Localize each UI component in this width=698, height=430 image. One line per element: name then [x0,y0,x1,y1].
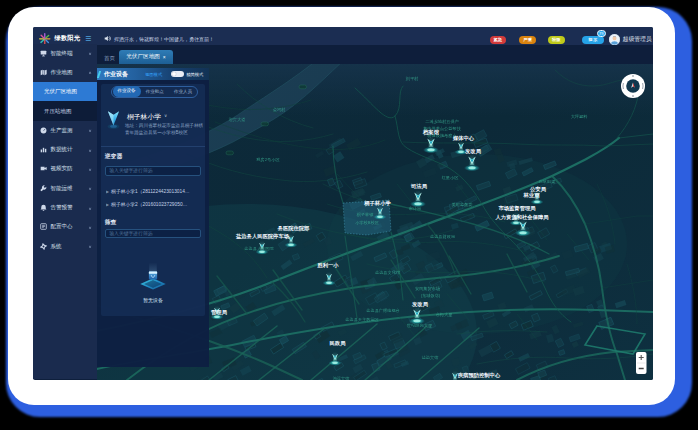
svg-text:发改局: 发改局 [464,147,481,154]
svg-text:胜利一小: 胜利一小 [316,262,339,269]
svg-text:盐边县财政局: 盐边县财政局 [430,233,455,238]
svg-text:(东城饭店): (东城饭店) [421,293,441,298]
svg-text:人力资源和社会保障局: 人力资源和社会保障局 [495,214,549,221]
svg-text:鸿运宾馆: 鸿运宾馆 [333,375,350,380]
svg-text:盐边县人民医院停车场: 盐边县人民医院停车场 [235,232,290,239]
svg-text:档案馆: 档案馆 [422,129,440,136]
svg-text:林业局: 林业局 [523,191,540,198]
svg-text:市场监督管理局: 市场监督管理局 [498,205,535,212]
svg-text:红星小区: 红星小区 [442,174,460,179]
svg-text:县医院住院部: 县医院住院部 [277,225,310,232]
svg-text:税房2号小区: 税房2号小区 [256,157,280,162]
svg-text:盐边县广播电视台: 盐边县广播电视台 [366,308,400,313]
svg-text:大坪塑料: 大坪塑料 [571,114,589,119]
svg-text:管理局: 管理局 [210,308,227,315]
svg-text:盐边县文化馆: 盐边县文化馆 [375,270,400,275]
svg-text:美时监督委: 美时监督委 [452,201,474,206]
svg-text:白草田渠: 白草田渠 [539,179,557,184]
svg-text:小学校B校区: 小学校B校区 [355,220,380,225]
svg-text:审计局: 审计局 [409,206,422,211]
svg-text:盐边县人民医院: 盐边县人民医院 [244,245,274,250]
svg-text:疾病预防控制中心: 疾病预防控制中心 [457,372,501,379]
svg-text:司法局: 司法局 [410,183,427,190]
svg-text:媒体中心: 媒体中心 [452,134,475,141]
svg-text:发改局: 发改局 [411,301,428,308]
svg-text:民政局: 民政局 [330,340,346,347]
svg-text:盐边宾馆: 盐边宾馆 [422,355,439,360]
svg-text:迎宾大道: 迎宾大道 [229,117,246,122]
svg-text:桐子林小学: 桐子林小学 [363,199,391,206]
